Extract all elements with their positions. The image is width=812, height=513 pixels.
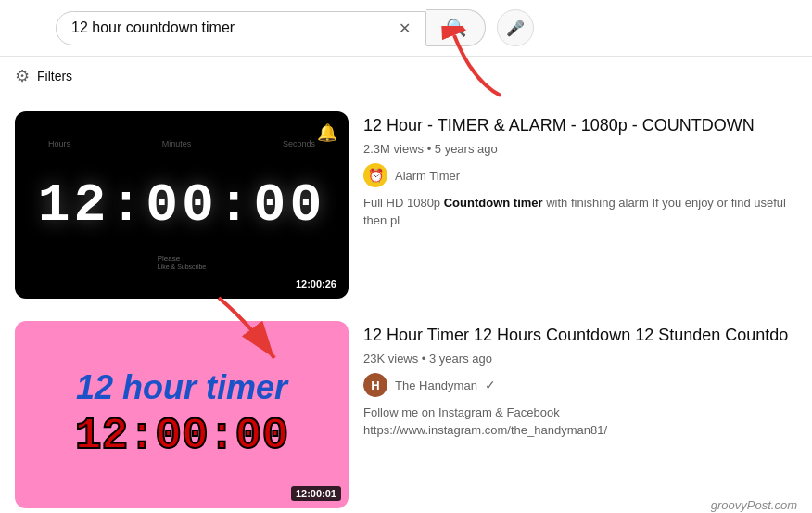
video-meta-1: 2.3M views • 5 years ago (363, 142, 797, 156)
search-icon: 🔍 (446, 18, 466, 38)
filters-bar: ⚙ Filters (0, 57, 812, 96)
search-input-wrapper: 12 hour countdown timer ✕ (56, 11, 426, 45)
channel-row-1: ⏰ Alarm Timer (363, 163, 797, 187)
bell-icon: 🔔 (317, 122, 337, 143)
channel-row-2: H The Handyman ✓ (363, 373, 797, 397)
mic-icon: 🎤 (506, 19, 525, 37)
channel-name-2[interactable]: The Handyman (395, 378, 477, 392)
video-title-2[interactable]: 12 Hour Timer 12 Hours Countdown 12 Stun… (363, 325, 797, 346)
results-area: Hours Minutes Seconds 12:00:00 PleaseLik… (0, 96, 812, 513)
mic-button[interactable]: 🎤 (497, 9, 534, 46)
pink-title: 12 hour timer (76, 368, 287, 407)
filters-label[interactable]: Filters (37, 69, 72, 83)
search-button[interactable]: 🔍 (426, 9, 486, 46)
thumbnail-1[interactable]: Hours Minutes Seconds 12:00:00 PleaseLik… (15, 111, 349, 299)
thumbnail-2[interactable]: 12 hour timer 12:00:00 12:00:01 (15, 321, 349, 508)
clear-button[interactable]: ✕ (399, 19, 411, 37)
verified-icon-2: ✓ (485, 378, 496, 392)
search-row: 12 hour countdown timer ✕ 🔍 🎤 (56, 9, 534, 46)
timer-labels-1: Hours Minutes Seconds (48, 139, 315, 148)
search-value-text: 12 hour countdown timer (71, 19, 391, 36)
channel-avatar-1: ⏰ (363, 163, 387, 187)
watermark: groovyPost.com (711, 498, 797, 512)
timer-subtitle: PleaseLike & Subscribe (158, 254, 207, 271)
video-description-2: Follow me on Instagram & Facebook https:… (363, 404, 797, 438)
video-meta-2: 23K views • 3 years ago (363, 352, 797, 366)
video-description-1: Full HD 1080p Countdown timer with finis… (363, 195, 797, 228)
timer-display-1: 12:00:00 (38, 175, 325, 236)
result-item-1: Hours Minutes Seconds 12:00:00 PleaseLik… (15, 111, 797, 299)
video-info-2: 12 Hour Timer 12 Hours Countdown 12 Stun… (363, 321, 797, 439)
result-item-2: 12 hour timer 12:00:00 12:00:01 12 Hour … (15, 321, 797, 508)
video-title-1[interactable]: 12 Hour - TIMER & ALARM - 1080p - COUNTD… (363, 115, 797, 136)
svg-text:H: H (371, 378, 379, 392)
pink-timer: 12:00:00 (75, 411, 288, 461)
filters-icon: ⚙ (15, 66, 30, 86)
duration-badge-2: 12:00:01 (291, 486, 341, 501)
duration-badge-1: 12:00:26 (291, 276, 341, 291)
channel-avatar-2: H (363, 373, 387, 397)
video-info-1: 12 Hour - TIMER & ALARM - 1080p - COUNTD… (363, 111, 797, 229)
header: 12 hour countdown timer ✕ 🔍 🎤 (0, 0, 812, 57)
channel-name-1[interactable]: Alarm Timer (395, 169, 460, 183)
